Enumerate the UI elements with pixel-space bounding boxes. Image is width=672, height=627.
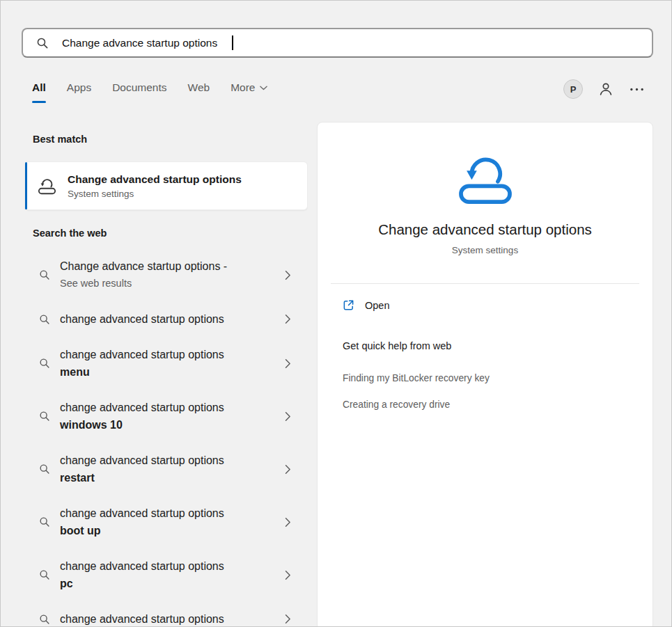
best-match-result[interactable]: Change advanced startup options System s… [24, 161, 308, 210]
results-panel: Best match Change advanced startup optio… [24, 122, 308, 627]
tab-all[interactable]: All [32, 81, 46, 103]
search-icon [39, 516, 50, 527]
chevron-right-icon [285, 314, 291, 324]
recovery-icon [457, 153, 514, 205]
selection-indicator [25, 162, 27, 209]
account-button[interactable] [597, 81, 614, 97]
suggestion-web-results[interactable]: Change advance startup options - See web… [24, 248, 308, 301]
divider [331, 283, 639, 284]
chevron-down-icon [260, 86, 267, 90]
search-icon [39, 569, 50, 580]
chevron-right-icon [285, 411, 291, 422]
suggestion-item[interactable]: change advanced startup options [24, 301, 308, 337]
help-link-bitlocker[interactable]: Finding my BitLocker recovery key [318, 373, 653, 383]
suggestion-item[interactable]: change advanced startup options menu [24, 337, 308, 390]
result-subtitle: System settings [318, 245, 653, 255]
best-match-text: Change advanced startup options System s… [68, 173, 242, 199]
result-title: Change advanced startup options [318, 221, 653, 238]
search-icon [39, 269, 50, 280]
hero-icon-wrap [318, 153, 653, 205]
web-suggestions-list: Change advance startup options - See web… [24, 248, 308, 627]
quick-help-heading: Get quick help from web [318, 340, 653, 351]
result-details-panel: Change advanced startup options System s… [317, 122, 653, 627]
tab-apps[interactable]: Apps [67, 81, 91, 103]
recovery-icon [38, 177, 56, 195]
chevron-right-icon [285, 517, 291, 527]
search-icon [39, 614, 50, 625]
open-label: Open [365, 300, 389, 311]
search-query-text: Change advance startup options [62, 37, 217, 49]
suggestion-item[interactable]: change advanced startup options pc [24, 548, 308, 601]
user-avatar[interactable]: P [563, 79, 583, 99]
chevron-right-icon [285, 358, 291, 369]
search-the-web-heading: Search the web [33, 228, 308, 239]
chevron-right-icon [285, 464, 291, 475]
open-button[interactable]: Open [318, 289, 653, 321]
best-match-subtitle: System settings [68, 189, 242, 199]
search-input[interactable]: Change advance startup options [22, 28, 653, 58]
chevron-right-icon [285, 270, 291, 280]
best-match-title: Change advanced startup options [68, 173, 242, 186]
search-filter-tabs: All Apps Documents Web More [32, 81, 267, 103]
suggestion-item[interactable]: change advanced startup options windows … [24, 390, 308, 443]
header-actions: P [563, 79, 645, 99]
chevron-right-icon [285, 614, 291, 624]
text-caret [232, 35, 233, 50]
tab-web[interactable]: Web [188, 81, 210, 103]
suggestion-item[interactable]: change advanced startup options restart [24, 443, 308, 495]
search-icon [36, 37, 49, 49]
chevron-right-icon [285, 570, 291, 580]
tab-more[interactable]: More [230, 81, 267, 103]
search-icon [39, 314, 50, 325]
search-icon [39, 463, 50, 475]
ellipsis-icon [629, 81, 645, 97]
suggestion-item[interactable]: change advanced startup options [24, 601, 308, 627]
search-icon [39, 411, 50, 422]
more-options-button[interactable] [629, 81, 645, 97]
search-icon [39, 358, 50, 369]
suggestion-item[interactable]: change advanced startup options boot up [24, 495, 308, 548]
account-icon [597, 81, 614, 97]
open-external-icon [343, 299, 354, 311]
tab-documents[interactable]: Documents [112, 81, 166, 103]
best-match-heading: Best match [33, 134, 308, 145]
active-tab-underline [32, 101, 46, 103]
help-link-recovery-drive[interactable]: Creating a recovery drive [318, 399, 653, 410]
